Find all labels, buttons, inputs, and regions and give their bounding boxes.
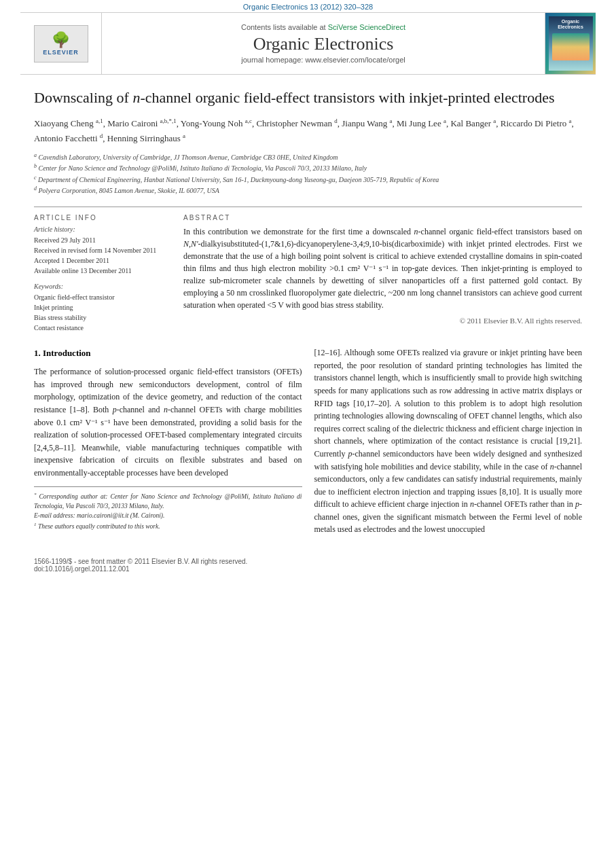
accepted-date: Accepted 1 December 2011 <box>34 255 170 266</box>
article-info-heading: ARTICLE INFO <box>34 214 170 221</box>
keyword-4: Contact resistance <box>34 323 170 333</box>
elsevier-label: ELSEVIER <box>43 49 79 56</box>
journal-header: 🌳 ELSEVIER Contents lists available at S… <box>20 12 596 75</box>
abstract-heading: ABSTRACT <box>183 214 582 221</box>
keyword-3: Bias stress stability <box>34 312 170 323</box>
intro-para-1: The performance of solution-processed or… <box>34 365 302 479</box>
copyright-line: © 2011 Elsevier B.V. All rights reserved… <box>183 317 582 325</box>
footnote-email-label: E-mail address: <box>34 512 75 519</box>
paper-body: Downscaling of n-channel organic field-e… <box>0 75 616 346</box>
abstract-column: ABSTRACT In this contribution we demonst… <box>183 214 582 333</box>
revised-date: Received in revised form 14 November 201… <box>34 245 170 255</box>
contents-line: Contents lists available at SciVerse Sci… <box>241 23 405 31</box>
sciverse-link[interactable]: SciVerse ScienceDirect <box>328 23 405 31</box>
contents-text: Contents lists available at <box>241 23 326 31</box>
footnote-divider <box>34 486 302 487</box>
article-info-column: ARTICLE INFO Article history: Received 2… <box>34 214 170 333</box>
keywords-label: Keywords: <box>34 283 170 290</box>
body-col-right: [12–16]. Although some OFETs realized vi… <box>314 346 583 541</box>
journal-homepage: journal homepage: www.elsevier.com/locat… <box>241 56 405 64</box>
body-columns: 1. Introduction The performance of solut… <box>34 346 582 541</box>
bottom-bar: 1566-1199/$ - see front matter © 2011 El… <box>0 555 616 575</box>
intro-heading: 1. Introduction <box>34 346 302 360</box>
elsevier-logo: 🌳 ELSEVIER <box>20 13 102 74</box>
history-label: Article history: <box>34 226 170 233</box>
keyword-1: Organic field-effect transistor <box>34 292 170 302</box>
cover-graphic <box>552 33 590 60</box>
logo-box: 🌳 ELSEVIER <box>34 25 88 62</box>
article-history: Article history: Received 29 July 2011 R… <box>34 226 170 276</box>
header-divider <box>34 207 582 207</box>
article-title: Downscaling of n-channel organic field-e… <box>34 88 582 108</box>
affiliations: a Cavendish Laboratory, University of Ca… <box>34 151 582 196</box>
received-date: Received 29 July 2011 <box>34 235 170 245</box>
abstract-text: In this contribution we demonstrate for … <box>183 226 582 311</box>
keyword-2: Inkjet printing <box>34 302 170 312</box>
elsevier-tree-icon: 🌳 <box>52 31 70 49</box>
journal-citation-link[interactable]: Organic Electronics 13 (2012) 320–328 <box>0 0 616 12</box>
main-body: 1. Introduction The performance of solut… <box>0 346 616 555</box>
keywords-block: Keywords: Organic field-effect transisto… <box>34 283 170 333</box>
journal-cover: Organic Electronics <box>545 13 596 74</box>
footnote-corresponding: * Corresponding author at: Center for Na… <box>34 491 302 531</box>
authors: Xiaoyang Cheng a,1, Mario Caironi a,b,*,… <box>34 116 582 146</box>
cover-title: Organic Electronics <box>558 19 583 31</box>
journal-title: Organic Electronics <box>253 34 394 54</box>
available-date: Available online 13 December 2011 <box>34 266 170 276</box>
info-abstract-section: ARTICLE INFO Article history: Received 2… <box>34 214 582 333</box>
doi-line: doi:10.1016/j.orgel.2011.12.001 <box>34 565 582 573</box>
issn-line: 1566-1199/$ - see front matter © 2011 El… <box>34 558 582 565</box>
body-col-left: 1. Introduction The performance of solut… <box>34 346 302 541</box>
cover-image: Organic Electronics <box>549 16 593 71</box>
intro-para-2: [12–16]. Although some OFETs realized vi… <box>314 346 583 536</box>
citation-text: Organic Electronics 13 (2012) 320–328 <box>243 3 373 11</box>
journal-center: Contents lists available at SciVerse Sci… <box>102 13 545 74</box>
